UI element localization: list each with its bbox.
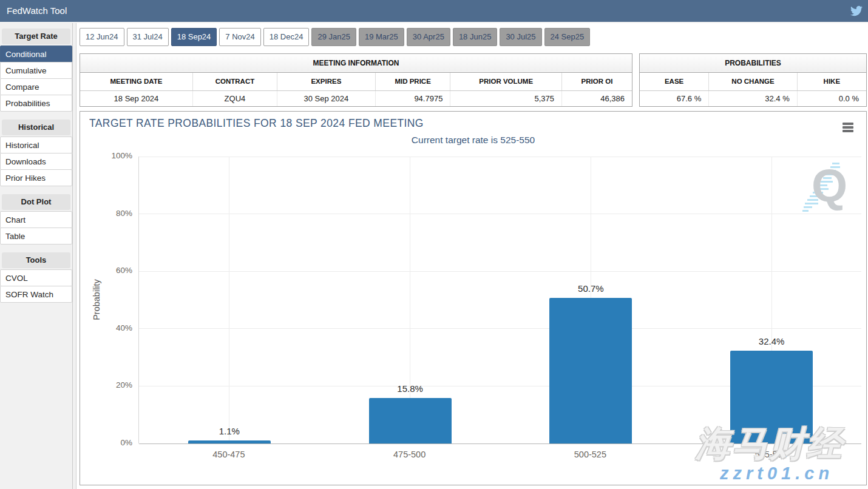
- sidebar-section-historical: Historical: [2, 120, 70, 135]
- column-header-prior-volume: PRIOR VOLUME: [450, 73, 562, 90]
- q-letter: Q: [812, 163, 847, 209]
- cell-value: 94.7975: [375, 90, 450, 106]
- chart-subtitle: Current target rate is 525-550: [80, 135, 866, 146]
- cell-value: 67.6 %: [640, 90, 709, 106]
- bar-value-label: 50.7%: [530, 283, 651, 294]
- tab-31-jul24[interactable]: 31 Jul24: [127, 28, 169, 46]
- main-content: 12 Jun2431 Jul2418 Sep247 Nov2418 Dec242…: [76, 23, 868, 489]
- column-header-expires: EXPIRES: [277, 73, 375, 90]
- y-axis-tick-label: 0%: [80, 438, 132, 447]
- cell-value: ZQU4: [192, 90, 277, 106]
- tab-19-mar25[interactable]: 19 Mar25: [359, 28, 404, 46]
- probabilities-table: EASENO CHANGEHIKE67.6 %32.4 %0.0 %: [640, 73, 866, 106]
- sidebar-item-compare[interactable]: Compare: [0, 78, 72, 95]
- x-axis-category-label: 475-500: [349, 450, 470, 459]
- x-axis-category-label: 500-525: [529, 450, 651, 459]
- column-header-no-change: NO CHANGE: [709, 73, 797, 90]
- info-panels: MEETING INFORMATION MEETING DATECONTRACT…: [80, 53, 867, 107]
- tab-18-dec24[interactable]: 18 Dec24: [263, 28, 310, 46]
- x-axis-category-label: 450-475: [168, 450, 290, 459]
- sidebar-item-table[interactable]: Table: [0, 228, 72, 244]
- chart-bar-450-475: [188, 440, 271, 443]
- tab-29-jan25[interactable]: 29 Jan25: [311, 28, 356, 46]
- sidebar-item-sofr-watch[interactable]: SOFR Watch: [0, 286, 72, 303]
- y-axis-tick-label: 80%: [80, 209, 132, 218]
- bar-value-label: 15.8%: [350, 383, 471, 394]
- cell-value: 5,375: [450, 90, 562, 106]
- bar-value-label: 1.1%: [169, 426, 290, 436]
- cell-value: 30 Sep 2024: [277, 90, 375, 106]
- tab-24-sep25[interactable]: 24 Sep25: [544, 28, 591, 46]
- sidebar-item-cvol[interactable]: CVOL: [0, 269, 72, 286]
- column-header-hike: HIKE: [797, 73, 866, 90]
- tab-30-jul25[interactable]: 30 Jul25: [500, 28, 541, 46]
- column-header-prior-oi: PRIOR OI: [562, 73, 632, 90]
- meeting-info-table: MEETING DATECONTRACTEXPIRESMID PRICEPRIO…: [80, 73, 632, 106]
- sidebar-item-probabilities[interactable]: Probabilities: [0, 95, 72, 112]
- probabilities-panel: PROBABILITIES EASENO CHANGEHIKE67.6 %32.…: [639, 53, 867, 107]
- chart-menu-icon[interactable]: [843, 123, 853, 133]
- plot-area: 1.1%15.8%50.7%32.4%: [138, 157, 861, 443]
- gridline: [139, 271, 861, 272]
- chart-bar-475-500: [369, 398, 452, 443]
- app-header-bar: FedWatch Tool: [0, 0, 868, 22]
- y-axis-title: Probability: [92, 279, 101, 320]
- sidebar-section-tools: Tools: [2, 252, 70, 268]
- sidebar: Target RateConditionalCumulativeCompareP…: [0, 23, 73, 489]
- y-axis-tick-label: 60%: [80, 266, 132, 275]
- column-header-contract: CONTRACT: [192, 73, 277, 90]
- column-header-mid-price: MID PRICE: [375, 73, 450, 90]
- cell-value: 32.4 %: [709, 90, 797, 106]
- tab-12-jun24[interactable]: 12 Jun24: [80, 28, 124, 46]
- meeting-tabs: 12 Jun2431 Jul2418 Sep247 Nov2418 Dec242…: [80, 28, 590, 46]
- tab-7-nov24[interactable]: 7 Nov24: [219, 28, 260, 46]
- sidebar-section-target-rate: Target Rate: [2, 29, 70, 44]
- chart-bar-525-550: [730, 351, 813, 443]
- tab-30-apr25[interactable]: 30 Apr25: [407, 28, 450, 46]
- cell-value: 46,386: [562, 90, 632, 106]
- column-header-meeting-date: MEETING DATE: [80, 73, 192, 90]
- chart-panel: TARGET RATE PROBABILITIES FOR 18 SEP 202…: [80, 111, 867, 485]
- probabilities-title: PROBABILITIES: [640, 54, 866, 73]
- meeting-information-panel: MEETING INFORMATION MEETING DATECONTRACT…: [80, 53, 632, 107]
- gridline: [139, 157, 861, 157]
- y-axis-tick-label: 20%: [80, 380, 132, 390]
- quikstrike-logo-watermark: Q: [797, 159, 855, 220]
- sidebar-item-chart[interactable]: Chart: [0, 211, 72, 228]
- sidebar-item-prior-hikes[interactable]: Prior Hikes: [0, 169, 72, 186]
- twitter-icon[interactable]: [850, 5, 863, 17]
- tab-18-sep24[interactable]: 18 Sep24: [171, 28, 217, 46]
- gridline: [139, 214, 861, 214]
- sidebar-item-cumulative[interactable]: Cumulative: [0, 62, 72, 79]
- sidebar-section-dot-plot: Dot Plot: [2, 194, 70, 210]
- sidebar-item-conditional[interactable]: Conditional: [0, 46, 72, 62]
- column-header-ease: EASE: [640, 73, 709, 90]
- sidebar-item-historical[interactable]: Historical: [0, 137, 72, 153]
- cell-value: 0.0 %: [797, 90, 866, 106]
- gridline: [139, 328, 861, 329]
- bar-value-label: 32.4%: [711, 336, 832, 346]
- y-axis-tick-label: 40%: [80, 323, 132, 332]
- meeting-information-title: MEETING INFORMATION: [80, 54, 632, 73]
- app-title: FedWatch Tool: [7, 5, 67, 16]
- gridline: [229, 157, 229, 443]
- x-axis-category-label: 525-550: [710, 450, 832, 459]
- cell-value: 18 Sep 2024: [80, 90, 192, 106]
- chart-title: TARGET RATE PROBABILITIES FOR 18 SEP 202…: [89, 117, 424, 130]
- tab-18-jun25[interactable]: 18 Jun25: [453, 28, 498, 46]
- chart-bar-500-525: [549, 298, 632, 443]
- y-axis-tick-label: 100%: [80, 151, 132, 160]
- sidebar-item-downloads[interactable]: Downloads: [0, 153, 72, 170]
